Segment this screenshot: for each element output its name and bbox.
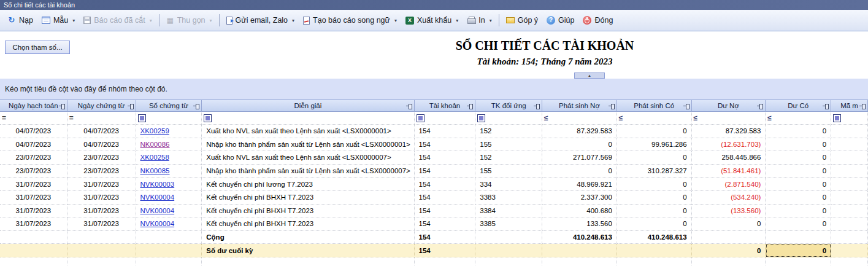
cell-doc_no[interactable]: XK00259 <box>136 125 202 138</box>
filter-cell-code[interactable] <box>831 112 868 125</box>
pin-icon[interactable] <box>467 103 473 109</box>
column-header-doc_no[interactable]: Số chứng từ <box>136 100 202 112</box>
document-link[interactable]: NVK00003 <box>140 181 175 188</box>
cell-balance_credit[interactable]: 0 <box>766 125 831 138</box>
cell-corr_account[interactable]: 3383 <box>475 191 542 205</box>
cell-date_doc[interactable]: 31/07/2023 <box>67 191 136 205</box>
cell-description[interactable]: Kết chuyển chi phí lương T7.2023 <box>202 178 414 191</box>
cell-date_doc[interactable]: 04/07/2023 <box>67 138 136 152</box>
filter-cell-date_doc[interactable]: = <box>67 112 136 125</box>
column-header-debit[interactable]: Phát sinh Nợ <box>542 100 617 112</box>
dropdown-arrow-icon[interactable]: ▾ <box>490 18 492 23</box>
less-equal-operator-icon[interactable]: ≤ <box>767 114 772 122</box>
cell-account[interactable]: 154 <box>415 217 476 231</box>
cell-balance_credit[interactable]: 0 <box>766 138 831 152</box>
cell-doc_no[interactable]: NK00086 <box>136 138 202 152</box>
cell-debit[interactable]: 133.560 <box>542 217 617 231</box>
cell-debit[interactable]: 410.248.613 <box>542 231 617 244</box>
less-equal-operator-icon[interactable]: ≤ <box>544 114 548 122</box>
cell-code[interactable] <box>831 178 868 191</box>
cell-credit[interactable]: 0 <box>617 178 692 191</box>
toolbar-button-xuat-khau[interactable]: Xuất khẩu▾ <box>401 14 463 27</box>
cell-corr_account[interactable]: 155 <box>475 138 542 152</box>
cell-balance_debit[interactable]: (2.871.540) <box>692 178 766 191</box>
cell-balance_credit[interactable]: 0 <box>766 217 831 231</box>
cell-credit[interactable]: 0 <box>617 125 692 138</box>
cell-date_doc[interactable]: 23/07/2023 <box>67 165 136 178</box>
cell-credit[interactable]: 310.287.327 <box>617 165 692 178</box>
dropdown-arrow-icon[interactable]: ▾ <box>72 18 75 23</box>
cell-corr_account[interactable]: 3384 <box>475 205 542 218</box>
pin-icon[interactable] <box>859 103 866 109</box>
cell-account[interactable]: 154 <box>415 138 476 152</box>
cell-code[interactable] <box>831 191 868 205</box>
cell-description[interactable]: Kết chuyển chi phí BHXH T7.2023 <box>202 217 414 231</box>
cell-balance_credit[interactable]: 0 <box>766 178 831 191</box>
document-link[interactable]: NVK00004 <box>140 194 175 201</box>
equals-operator-icon[interactable]: = <box>69 114 74 122</box>
filter-box-icon[interactable] <box>138 114 146 122</box>
document-link[interactable]: NVK00004 <box>140 207 175 214</box>
cell-doc_no[interactable]: NK00085 <box>136 165 202 178</box>
window-titlebar[interactable]: Sổ chi tiết các tài khoản <box>0 0 868 10</box>
column-header-balance_credit[interactable]: Dư Có <box>766 100 831 112</box>
cell-date_doc[interactable]: 23/07/2023 <box>67 151 136 165</box>
cell-doc_no[interactable]: NVK00004 <box>136 205 202 218</box>
cell-debit[interactable]: 271.077.569 <box>542 151 617 165</box>
cell-account[interactable]: 154 <box>415 178 476 191</box>
cell-debit[interactable]: 0 <box>542 138 617 152</box>
cell-debit[interactable]: 2.337.300 <box>542 191 617 205</box>
group-by-bar[interactable]: Kéo một tiêu đề cột vào đây để nhóm theo… <box>0 79 868 100</box>
cell-date_posted[interactable]: 31/07/2023 <box>0 217 67 231</box>
cell-balance_debit[interactable]: (133.560) <box>692 205 766 218</box>
document-link[interactable]: NVK00004 <box>140 220 175 227</box>
cell-account[interactable]: 154 <box>415 151 476 165</box>
cell-debit[interactable] <box>542 244 617 257</box>
toolbar-button-dong[interactable]: Đóng <box>578 14 617 27</box>
cell-description[interactable]: Nhập kho thành phẩm sản xuất từ Lệnh sản… <box>202 165 414 178</box>
cell-balance_debit[interactable] <box>692 231 766 244</box>
cell-code[interactable] <box>831 165 868 178</box>
dropdown-arrow-icon[interactable]: ▾ <box>456 18 458 23</box>
column-header-date_posted[interactable]: Ngày hạch toán <box>0 100 67 112</box>
filter-cell-debit[interactable]: ≤ <box>542 112 617 125</box>
cell-code[interactable] <box>831 205 868 218</box>
cell-debit[interactable]: 48.969.921 <box>542 178 617 191</box>
cell-debit[interactable]: 400.680 <box>542 205 617 218</box>
collapse-panel-button[interactable]: ▲ <box>574 72 605 79</box>
column-header-date_doc[interactable]: Ngày chứng từ <box>67 100 136 112</box>
column-header-account[interactable]: Tài khoản <box>415 100 476 112</box>
cell-balance_debit[interactable]: (534.240) <box>692 191 766 205</box>
cell-doc_no[interactable] <box>136 244 202 257</box>
cell-balance_credit[interactable]: 0 <box>766 165 831 178</box>
pin-icon[interactable] <box>757 103 763 109</box>
filter-cell-date_posted[interactable]: = <box>0 112 67 125</box>
cell-balance_debit[interactable]: (12.631.703) <box>692 138 766 152</box>
cell-balance_debit[interactable]: 0 <box>692 217 766 231</box>
cell-balance_credit[interactable] <box>766 231 831 244</box>
filter-cell-balance_debit[interactable]: ≤ <box>692 112 766 125</box>
pin-icon[interactable] <box>683 103 689 109</box>
cell-date_posted[interactable]: 04/07/2023 <box>0 125 67 138</box>
cell-doc_no[interactable]: NVK00003 <box>136 178 202 191</box>
cell-date_posted[interactable]: 31/07/2023 <box>0 178 67 191</box>
cell-balance_debit[interactable]: 0 <box>692 244 766 257</box>
column-header-corr_account[interactable]: TK đối ứng <box>475 100 542 112</box>
cell-description[interactable]: Số dư cuối kỳ <box>202 244 414 257</box>
cell-doc_no[interactable] <box>136 231 202 244</box>
cell-credit[interactable]: 0 <box>617 205 692 218</box>
cell-code[interactable] <box>831 151 868 165</box>
cell-debit[interactable]: 87.329.583 <box>542 125 617 138</box>
document-link[interactable]: XK00258 <box>140 154 169 161</box>
filter-cell-credit[interactable]: ≤ <box>617 112 692 125</box>
cell-doc_no[interactable]: NVK00004 <box>136 191 202 205</box>
cell-code[interactable] <box>831 217 868 231</box>
filter-box-icon[interactable] <box>204 114 212 122</box>
cell-date_doc[interactable]: 31/07/2023 <box>67 217 136 231</box>
cell-credit[interactable]: 99.961.286 <box>617 138 692 152</box>
cell-date_posted[interactable]: 23/07/2023 <box>0 151 67 165</box>
cell-corr_account[interactable]: 3385 <box>475 217 542 231</box>
cell-date_posted[interactable] <box>0 244 67 257</box>
cell-code[interactable] <box>831 138 868 152</box>
dropdown-arrow-icon[interactable]: ▾ <box>394 18 397 23</box>
